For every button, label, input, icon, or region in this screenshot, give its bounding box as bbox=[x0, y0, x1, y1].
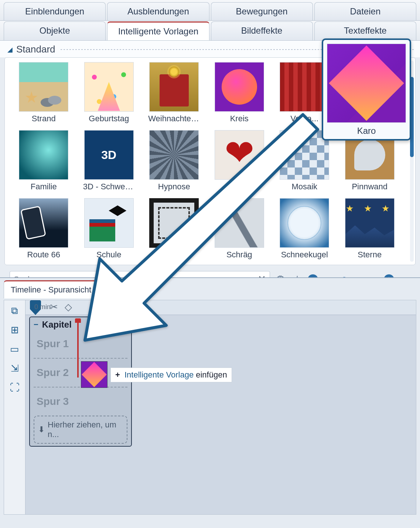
marker-icon[interactable]: ◇ bbox=[65, 301, 72, 313]
gallery-label: Sterne bbox=[358, 250, 382, 260]
timeline-body: ⧉ ⊞ ▭ ⇲ ⛶ ✂ ◇ 0 min − Kapitel bbox=[4, 300, 416, 515]
track-label-1[interactable]: Spur 1 bbox=[34, 330, 127, 359]
timeline-tabstrip: Timeline - Spuransicht S... bbox=[4, 280, 416, 300]
gallery-label: Schule bbox=[96, 250, 121, 260]
chapter-collapse-icon[interactable]: − bbox=[34, 320, 38, 329]
category-label: Standard bbox=[16, 44, 55, 55]
gallery-item[interactable]: Weihnachten 1 bbox=[144, 62, 204, 123]
template-preview-popover: Karo bbox=[322, 38, 411, 141]
gallery-label: Weihnachten 1 bbox=[148, 114, 200, 123]
tool-addremove-icon[interactable]: ⊞ bbox=[8, 323, 21, 336]
gallery-item[interactable]: Hypnose bbox=[144, 130, 204, 192]
tool-collapse-icon[interactable]: ⇲ bbox=[8, 362, 21, 375]
chapter-dropzone[interactable]: ⬇ Hierher ziehen, um n... bbox=[34, 416, 127, 444]
gallery-item[interactable]: Familie bbox=[14, 130, 74, 192]
gallery-thumb bbox=[215, 130, 264, 180]
tab-einblendungen[interactable]: Einblendungen bbox=[4, 2, 106, 20]
gallery-item[interactable]: Stummfi... bbox=[144, 198, 204, 260]
gallery-item[interactable]: Schneekugel bbox=[274, 198, 335, 260]
gallery-thumb bbox=[149, 130, 199, 180]
dropzone-label: Hierher ziehen, um n... bbox=[48, 420, 123, 439]
subtab-texteffekte[interactable]: Texteffekte bbox=[314, 21, 416, 40]
preview-thumbnail bbox=[327, 44, 406, 123]
tool-layers-icon[interactable]: ▭ bbox=[8, 342, 21, 356]
gallery-label: Kreis bbox=[230, 114, 249, 123]
gallery-label: Pinnwand bbox=[352, 182, 387, 192]
ruler-zero-label: 0 min bbox=[34, 303, 51, 311]
gallery-thumb: 3D bbox=[84, 130, 134, 180]
subtab-objekte[interactable]: Objekte bbox=[4, 21, 106, 40]
gallery-label: Familie bbox=[31, 182, 57, 192]
top-tabbar: Einblendungen Ausblendungen Bewegungen D… bbox=[0, 0, 420, 21]
scissors-icon[interactable]: ✂ bbox=[50, 301, 58, 313]
gallery-label: 3D - Schweb... bbox=[83, 182, 135, 192]
drop-tooltip: + Intelligente Vorlage einfügen bbox=[110, 368, 232, 382]
gallery-item[interactable]: Strand bbox=[14, 62, 74, 123]
tab-dateien[interactable]: Dateien bbox=[314, 2, 416, 20]
gallery-thumb bbox=[84, 62, 134, 112]
subtab-vorlagen[interactable]: Intelligente Vorlagen bbox=[107, 21, 209, 40]
tool-expand-icon[interactable]: ⛶ bbox=[8, 381, 21, 394]
dragged-template-thumb[interactable] bbox=[81, 361, 107, 388]
gallery-item[interactable]: 3D3D - Schweb... bbox=[79, 130, 139, 192]
drop-tooltip-rest: einfügen bbox=[196, 370, 227, 379]
drop-tooltip-blue: Intelligente Vorlage bbox=[124, 370, 194, 379]
gallery-label: Hypnose bbox=[158, 182, 190, 192]
gallery-thumb bbox=[280, 198, 329, 248]
gallery-thumb bbox=[84, 198, 134, 248]
gallery-label: Route 66 bbox=[27, 250, 60, 260]
track-label-3[interactable]: Spur 3 bbox=[34, 387, 127, 416]
gallery-label: Vorha... bbox=[290, 114, 318, 123]
gallery-thumb bbox=[149, 62, 199, 112]
gallery-thumb bbox=[345, 198, 395, 248]
dropzone-down-icon: ⬇ bbox=[38, 425, 45, 434]
tab-bewegungen[interactable]: Bewegungen bbox=[211, 2, 313, 20]
subtab-bildeffekte[interactable]: Bildeffekte bbox=[211, 21, 313, 40]
gallery-item[interactable]: Route 66 bbox=[14, 198, 74, 260]
timeline-tool-column: ⧉ ⊞ ▭ ⇲ ⛶ bbox=[4, 300, 25, 514]
gallery-thumb bbox=[215, 62, 264, 112]
preview-label: Karo bbox=[327, 123, 406, 137]
tab-ausblendungen[interactable]: Ausblendungen bbox=[107, 2, 209, 20]
gallery-label: Liebe bbox=[229, 182, 249, 192]
chapter-title: Kapitel bbox=[42, 319, 72, 330]
gallery-thumb bbox=[149, 198, 199, 248]
timeline-cursor[interactable] bbox=[77, 322, 79, 378]
timeline-track-area[interactable]: ✂ ◇ 0 min − Kapitel Spur 1 Spur 2 Spur 3… bbox=[25, 300, 416, 514]
gallery-label: Strand bbox=[32, 114, 56, 123]
gallery-thumb bbox=[19, 62, 68, 112]
gallery-thumb bbox=[19, 130, 68, 180]
ruler-tool-icons: ✂ ◇ bbox=[50, 301, 72, 313]
gallery-item[interactable]: Sterne bbox=[340, 198, 400, 260]
expand-icon: ◢ bbox=[7, 45, 13, 54]
timeline-ruler[interactable]: ✂ ◇ 0 min bbox=[25, 300, 416, 315]
timeline-tab-secondary[interactable]: S... bbox=[100, 280, 126, 298]
gallery-label: Geburtstag bbox=[89, 114, 129, 123]
tool-splitview-icon[interactable]: ⧉ bbox=[8, 304, 21, 317]
gallery-item[interactable]: Schräg bbox=[209, 198, 270, 260]
gallery-label: Schneekugel bbox=[281, 250, 328, 260]
gallery-thumb bbox=[215, 198, 264, 248]
sub-tabbar: Objekte Intelligente Vorlagen Bildeffekt… bbox=[0, 21, 420, 41]
gallery-thumb bbox=[19, 198, 68, 248]
timeline-panel: Timeline - Spuransicht S... ⧉ ⊞ ▭ ⇲ ⛶ ✂ … bbox=[0, 277, 420, 528]
gallery-label: Mosaik bbox=[291, 182, 317, 192]
gallery-label: Stummfi... bbox=[156, 250, 192, 260]
gallery-item[interactable]: Liebe bbox=[209, 130, 270, 192]
timeline-tab-spuransicht[interactable]: Timeline - Spuransicht bbox=[4, 280, 98, 298]
gallery-label: Schräg bbox=[226, 250, 252, 260]
gallery-item[interactable]: Kreis bbox=[209, 62, 270, 123]
gallery-item[interactable]: Schule bbox=[79, 198, 139, 260]
gallery-item[interactable]: Geburtstag bbox=[79, 62, 139, 123]
plus-icon: + bbox=[115, 370, 120, 379]
